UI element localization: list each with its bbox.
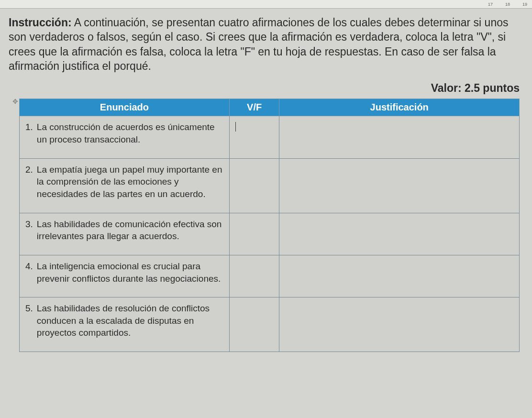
table-row: 1. La construcción de acuerdos es únicam… [20, 116, 520, 158]
table-row: 2. La empatía juega un papel muy importa… [20, 158, 520, 213]
cell-vf[interactable] [229, 158, 279, 213]
cell-vf[interactable] [229, 116, 279, 158]
header-enunciado: Enunciado [20, 99, 230, 116]
table-row: 5. Las habilidades de resolución de conf… [20, 297, 520, 352]
table-container: ✥ Enunciado V/F Justificación 1. La c [9, 98, 522, 352]
row-text: Las habilidades de comunicación efectiva… [37, 218, 223, 242]
content-area: Instrucción: A continuación, se presenta… [0, 9, 532, 362]
table-anchor-icon[interactable]: ✥ [12, 98, 17, 102]
cell-enunciado[interactable]: 1. La construcción de acuerdos es únicam… [20, 116, 230, 158]
cell-enunciado[interactable]: 2. La empatía juega un papel muy importa… [20, 158, 230, 213]
header-justificacion: Justificación [279, 99, 520, 116]
instruction-paragraph[interactable]: Instrucción: A continuación, se presenta… [9, 15, 522, 73]
true-false-table[interactable]: Enunciado V/F Justificación 1. La constr… [19, 99, 520, 352]
cell-justificacion[interactable] [279, 255, 520, 297]
cell-enunciado[interactable]: 5. Las habilidades de resolución de conf… [20, 297, 230, 352]
horizontal-ruler: 17 18 19 [0, 0, 532, 9]
instruction-label: Instrucción: [9, 16, 72, 29]
document-page: 17 18 19 Instrucción: A continuación, se… [0, 0, 532, 418]
valor-line: Valor: 2.5 puntos [9, 82, 522, 95]
row-number: 1. [25, 121, 33, 145]
cell-justificacion[interactable] [279, 213, 520, 255]
row-text: La construcción de acuerdos es únicament… [37, 121, 223, 145]
cell-enunciado[interactable]: 4. La inteligencia emocional es crucial … [20, 255, 230, 297]
row-text: La inteligencia emocional es crucial par… [37, 260, 223, 285]
row-text: Las habilidades de resolución de conflic… [37, 302, 223, 339]
row-text: La empatía juega un papel muy importante… [37, 164, 223, 200]
table-row: 4. La inteligencia emocional es crucial … [20, 255, 520, 297]
cell-justificacion[interactable] [279, 116, 520, 158]
row-number: 3. [25, 218, 33, 242]
cell-justificacion[interactable] [279, 297, 520, 352]
cell-vf[interactable] [229, 255, 279, 297]
ruler-tick: 18 [505, 2, 510, 7]
ruler-tick: 19 [522, 2, 527, 7]
text-cursor-icon [235, 122, 236, 132]
ruler-tick: 17 [488, 2, 493, 7]
row-number: 4. [25, 260, 33, 285]
table-row: 3. Las habilidades de comunicación efect… [20, 213, 520, 255]
cell-vf[interactable] [229, 297, 279, 352]
cell-justificacion[interactable] [279, 158, 520, 213]
table-header-row: Enunciado V/F Justificación [20, 99, 520, 116]
cell-vf[interactable] [229, 213, 279, 255]
cell-enunciado[interactable]: 3. Las habilidades de comunicación efect… [20, 213, 230, 255]
row-number: 2. [25, 164, 33, 200]
header-vf: V/F [229, 99, 279, 116]
instruction-text: A continuación, se presentan cuatro afir… [9, 16, 509, 72]
row-number: 5. [25, 302, 33, 339]
